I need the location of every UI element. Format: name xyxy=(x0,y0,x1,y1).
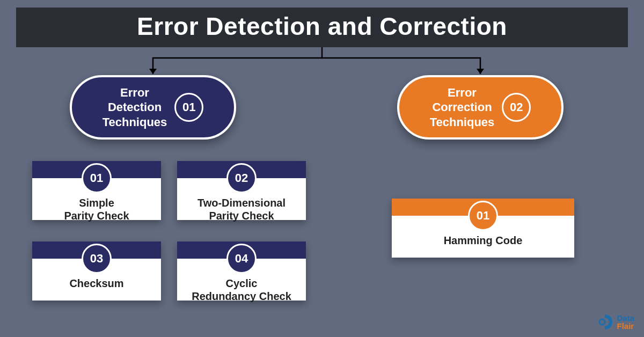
branch-correction-label: ErrorCorrectionTechniques xyxy=(430,85,495,130)
page-title: Error Detection and Correction xyxy=(16,12,628,41)
branch-detection: ErrorDetectionTechniques 01 xyxy=(70,75,236,140)
card-num: 01 xyxy=(468,201,498,231)
logo-icon xyxy=(596,313,613,331)
brand-logo: Data Flair xyxy=(596,313,634,331)
card-num: 04 xyxy=(226,244,257,274)
correction-card: 01 Hamming Code xyxy=(392,199,574,258)
svg-marker-1 xyxy=(477,69,484,74)
detection-card: 01 SimpleParity Check xyxy=(32,161,161,220)
card-header: 01 xyxy=(32,161,161,178)
branch-correction-num: 02 xyxy=(502,93,531,122)
detection-card: 03 Checksum xyxy=(32,241,161,301)
card-header: 04 xyxy=(177,241,306,259)
card-num: 02 xyxy=(226,163,257,193)
card-header: 03 xyxy=(32,241,161,259)
connector-lines xyxy=(0,47,644,79)
logo-text: Data Flair xyxy=(617,314,634,330)
branch-correction: ErrorCorrectionTechniques 02 xyxy=(397,75,564,140)
card-header: 02 xyxy=(177,161,306,178)
svg-point-2 xyxy=(599,319,605,325)
detection-card: 04 CyclicRedundancy Check xyxy=(177,241,306,301)
detection-card: 02 Two-DimensionalParity Check xyxy=(177,161,306,220)
svg-marker-0 xyxy=(149,69,157,74)
branch-detection-label: ErrorDetectionTechniques xyxy=(103,85,167,130)
title-bar: Error Detection and Correction xyxy=(16,8,628,47)
branch-detection-num: 01 xyxy=(174,93,203,122)
card-header: 01 xyxy=(392,199,574,216)
card-num: 01 xyxy=(82,163,112,193)
card-num: 03 xyxy=(82,244,112,274)
